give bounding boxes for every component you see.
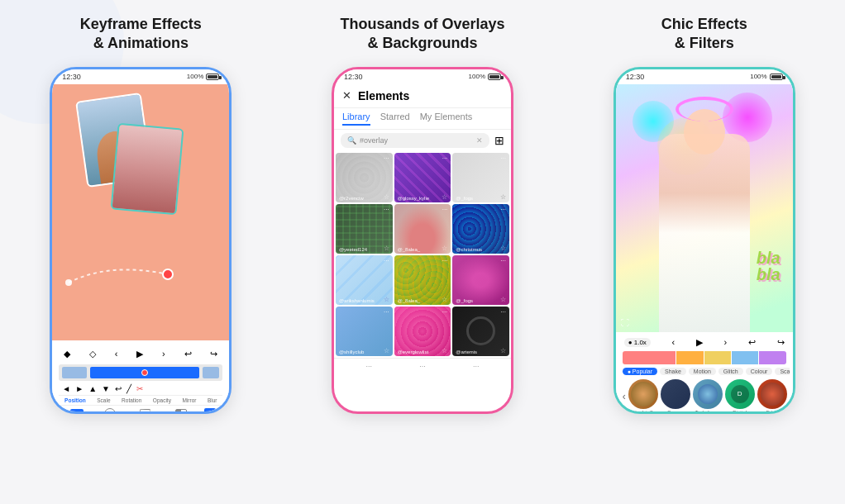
diamond-icon[interactable]: ◆ <box>64 349 70 359</box>
line-icon[interactable]: ╱ <box>127 384 131 393</box>
blur-tool[interactable]: Blur <box>208 397 217 403</box>
chip-glitch[interactable]: Glitch <box>718 368 743 375</box>
timeline-purple <box>759 351 785 364</box>
overlay-cell-2[interactable]: @glossy_kylie ··· ☆ <box>394 153 451 202</box>
cell-more-7[interactable]: ··· <box>384 257 389 264</box>
cell-more-12[interactable]: ··· <box>500 308 506 316</box>
chic-photo: blabla ⛶ <box>616 84 793 332</box>
cell-star-12[interactable]: ☆ <box>500 347 506 354</box>
more-1[interactable]: ··· <box>366 362 373 370</box>
clear-icon[interactable]: ✕ <box>476 136 483 145</box>
cell-star-11[interactable]: ☆ <box>442 347 447 354</box>
cell-star-3[interactable]: ☆ <box>500 193 506 201</box>
cell-star-5[interactable]: ☆ <box>442 245 447 252</box>
more-3[interactable]: ··· <box>473 362 480 370</box>
battery-icon-2 <box>488 74 501 80</box>
effects-prev[interactable]: ‹ <box>623 391 626 402</box>
timeline-red <box>623 351 676 364</box>
cell-more-9[interactable]: ··· <box>500 257 506 264</box>
cell-more-6[interactable]: ··· <box>500 206 506 213</box>
cell-star-4[interactable]: ☆ <box>384 245 389 252</box>
right-icon[interactable]: ► <box>75 384 84 393</box>
cell-star-6[interactable]: ☆ <box>500 245 506 252</box>
cell-more-3[interactable]: ··· <box>500 155 506 162</box>
overlay-cell-12[interactable]: @artemis ··· ☆ <box>452 307 509 356</box>
transform-tool[interactable]: Transform <box>65 409 88 414</box>
linear-wipe-tool[interactable]: Linear Wipe <box>168 409 194 414</box>
cell-more-2[interactable]: ··· <box>442 155 448 162</box>
effect-soulstuff[interactable]: Soulstuff <box>628 379 658 414</box>
cell-more-5[interactable]: ··· <box>442 206 448 213</box>
fullscreen-icon[interactable]: ⛶ <box>621 318 629 327</box>
perspective-tool[interactable]: Perspective <box>132 409 158 414</box>
radial-blur-tool[interactable]: Radial Blur <box>98 408 122 414</box>
cell-more-1[interactable]: ··· <box>384 155 389 162</box>
effect-creepy[interactable]: Creepy <box>661 379 690 414</box>
overlay-cell-3[interactable]: @_fogs ··· ☆ <box>452 153 509 202</box>
curve-icon[interactable]: ↩ <box>115 384 122 393</box>
effect-edge[interactable]: Edge <box>757 379 787 414</box>
cell-star-2[interactable]: ☆ <box>442 193 447 201</box>
position-tool[interactable]: Position <box>64 397 86 403</box>
chip-shake[interactable]: Shake <box>660 368 686 375</box>
cell-label-9: @_fogs <box>456 298 473 303</box>
add-tool[interactable]: + Add <box>204 408 216 414</box>
up-icon[interactable]: ▲ <box>88 384 97 393</box>
chip-popular[interactable]: ● Popular <box>623 368 657 375</box>
cell-star-7[interactable]: ☆ <box>384 296 389 303</box>
prev-frame[interactable]: ‹ <box>672 337 676 347</box>
cell-star-8[interactable]: ☆ <box>442 296 447 303</box>
cell-more-10[interactable]: ··· <box>384 308 389 316</box>
play-icon[interactable]: ▶ <box>136 349 143 359</box>
bottom-icon-bar: Transform Radial Blur Perspective Linear… <box>59 405 222 414</box>
overlay-cell-1[interactable]: @r2venciw ··· ☆ <box>336 153 393 202</box>
play-btn[interactable]: ▶ <box>696 337 703 348</box>
overlay-cell-8[interactable]: @_8alea_ ··· ☆ <box>394 255 451 305</box>
redo-icon[interactable]: ↪ <box>210 349 217 359</box>
bottom-tool-labels: Position Scale Rotation Opacity Mirror B… <box>59 395 222 405</box>
qr-icon[interactable]: ⊞ <box>494 134 504 147</box>
next-frame[interactable]: › <box>724 337 728 347</box>
tab-library[interactable]: Library <box>342 112 370 126</box>
tab-starred[interactable]: Starred <box>380 112 410 126</box>
section-title-overlays: Thousands of Overlays& Backgrounds <box>340 15 504 54</box>
undo-icon[interactable]: ↩ <box>184 349 192 359</box>
cell-star-1[interactable]: ☆ <box>384 193 389 201</box>
scissors-icon[interactable]: ✂ <box>136 384 143 393</box>
undo-btn[interactable]: ↩ <box>748 337 756 348</box>
arrow-controls: ◄ ► ▲ ▼ ↩ ╱ ✂ <box>59 383 222 395</box>
close-icon[interactable]: ✕ <box>342 89 351 102</box>
chip-motion[interactable]: Motion <box>689 368 716 375</box>
left-icon[interactable]: ◄ <box>62 384 70 393</box>
chip-colour[interactable]: Colour <box>746 368 773 375</box>
cell-star-10[interactable]: ☆ <box>384 347 389 354</box>
overlay-cell-7[interactable]: @arikshanlumis ··· ☆ <box>336 255 393 305</box>
diamond-outline-icon[interactable]: ◇ <box>89 349 96 359</box>
overlay-cell-4[interactable]: @yeeted124 ··· ☆ <box>336 204 393 254</box>
prev-icon[interactable]: ‹ <box>115 349 118 359</box>
effect-turbulence[interactable]: Turbulence <box>693 379 723 414</box>
tab-my-elements[interactable]: My Elements <box>420 112 473 126</box>
overlay-cell-9[interactable]: @_fogs ··· ☆ <box>452 255 509 305</box>
more-2[interactable]: ··· <box>419 362 426 370</box>
next-icon[interactable]: › <box>162 349 165 359</box>
cell-more-4[interactable]: ··· <box>384 206 389 213</box>
overlay-cell-6[interactable]: @christmus ··· ☆ <box>452 204 509 254</box>
cell-more-11[interactable]: ··· <box>442 308 448 316</box>
cell-star-9[interactable]: ☆ <box>500 296 506 303</box>
cell-more-8[interactable]: ··· <box>442 257 448 264</box>
effect-digital[interactable]: D Digital <box>725 379 755 414</box>
redo-btn[interactable]: ↪ <box>777 337 785 348</box>
phone-mockup-2: 12:30 100% ✕ Elements Library Starred My… <box>332 67 513 414</box>
opacity-tool[interactable]: Opacity <box>153 397 171 403</box>
overlay-cell-11[interactable]: @everglowlist ··· ☆ <box>394 307 451 356</box>
search-icon: 🔍 <box>347 136 356 145</box>
down-icon[interactable]: ▼ <box>102 384 110 393</box>
mirror-tool[interactable]: Mirror <box>182 397 196 403</box>
overlay-cell-10[interactable]: @shillyclub ··· ☆ <box>336 307 393 356</box>
search-box[interactable]: 🔍 #overlay ✕ <box>341 133 489 148</box>
rotation-tool[interactable]: Rotation <box>122 397 141 403</box>
chip-scary[interactable]: Scary <box>775 368 789 375</box>
overlay-cell-5[interactable]: @_8alea_ ··· ☆ <box>394 204 451 254</box>
scale-tool[interactable]: Scale <box>97 397 110 403</box>
